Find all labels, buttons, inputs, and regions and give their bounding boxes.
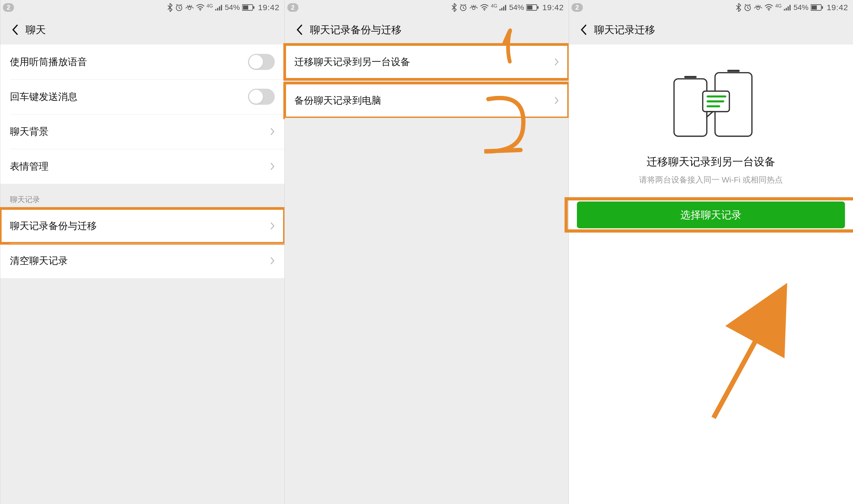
bluetooth-icon (451, 3, 457, 12)
clock: 19:42 (542, 3, 564, 12)
battery-icon (242, 4, 254, 11)
svg-rect-30 (674, 79, 707, 136)
svg-point-12 (484, 10, 485, 11)
chevron-right-icon (270, 221, 275, 230)
svg-point-22 (768, 10, 769, 11)
svg-point-21 (757, 7, 760, 10)
page-title: 聊天记录迁移 (594, 23, 655, 37)
migrate-heading: 迁移聊天记录到另一台设备 (646, 154, 775, 169)
nav-header: 聊天记录迁移 (569, 15, 853, 44)
svg-rect-24 (786, 8, 787, 11)
svg-rect-16 (505, 5, 506, 11)
status-bar: 2 4G 54% 19:42 (285, 0, 569, 15)
row-label: 使用听筒播放语音 (10, 55, 87, 69)
migrate-body: 迁移聊天记录到另一台设备 请将两台设备接入同一 Wi-Fi 或相同热点 选择聊天… (569, 44, 853, 504)
svg-rect-15 (503, 6, 504, 11)
svg-point-11 (472, 7, 475, 10)
eye-icon (469, 3, 478, 12)
signal-icon (499, 4, 507, 11)
chevron-right-icon (554, 58, 559, 66)
toggle-off[interactable] (248, 89, 275, 105)
select-chat-button[interactable]: 选择聊天记录 (577, 201, 845, 228)
signal-icon (784, 4, 792, 11)
svg-rect-29 (822, 6, 823, 8)
eye-icon (754, 3, 762, 12)
wifi-icon (765, 4, 773, 11)
status-bar: 2 4G 54% 19:42 (0, 0, 284, 15)
bluetooth-icon (735, 3, 742, 12)
battery-percent: 54% (794, 3, 808, 12)
back-button[interactable] (293, 23, 306, 36)
row-label: 备份聊天记录到电脑 (294, 94, 381, 107)
row-enter-send[interactable]: 回车键发送消息 (0, 79, 284, 114)
clock: 19:42 (258, 3, 280, 12)
alarm-icon (459, 3, 467, 12)
chevron-right-icon (554, 96, 559, 105)
two-phones-illustration (665, 69, 757, 138)
alarm-icon (744, 3, 752, 12)
svg-rect-25 (787, 6, 789, 11)
page-title: 聊天 (25, 23, 46, 37)
battery-icon (811, 4, 823, 11)
eye-icon (185, 3, 194, 12)
row-label: 表情管理 (10, 160, 49, 173)
screen-backup-migrate: 2 4G 54% 19:42 聊天记录备份与迁移 迁移聊天记录到另一台设备 备份… (284, 0, 569, 504)
svg-rect-28 (812, 5, 817, 10)
row-sticker-manage[interactable]: 表情管理 (0, 149, 284, 184)
row-earpiece-voice[interactable]: 使用听筒播放语音 (0, 44, 284, 79)
svg-rect-3 (215, 9, 216, 11)
screen-chat-settings: 2 4G 54% 19:42 聊天 使用听筒播放语音 回车键发送消息 (0, 0, 284, 504)
empty-area (285, 118, 569, 504)
network-label: 4G (775, 3, 782, 9)
row-backup-migrate[interactable]: 聊天记录备份与迁移 (0, 209, 284, 243)
svg-rect-23 (784, 9, 785, 11)
row-label: 聊天记录备份与迁移 (10, 219, 97, 233)
row-backup-pc[interactable]: 备份聊天记录到电脑 (285, 83, 569, 118)
notif-count-badge: 2 (571, 3, 583, 12)
back-button[interactable] (8, 23, 22, 36)
svg-rect-6 (221, 5, 222, 11)
section-header-chatlog: 聊天记录 (0, 184, 284, 209)
svg-rect-19 (537, 6, 539, 8)
svg-rect-9 (253, 6, 254, 8)
select-chat-button-highlight: 选择聊天记录 (569, 201, 853, 228)
svg-rect-4 (217, 8, 218, 11)
list-group-general: 使用听筒播放语音 回车键发送消息 聊天背景 表情管理 (0, 44, 284, 184)
back-button[interactable] (577, 23, 590, 36)
status-bar: 2 4G 54% 19:42 (569, 0, 853, 15)
alarm-icon (175, 3, 183, 12)
row-migrate-device[interactable]: 迁移聊天记录到另一台设备 (285, 44, 569, 79)
svg-rect-14 (501, 8, 502, 11)
svg-rect-26 (789, 5, 790, 11)
chevron-right-icon (270, 162, 275, 171)
page-title: 聊天记录备份与迁移 (310, 23, 402, 37)
network-label: 4G (207, 3, 213, 9)
network-label: 4G (491, 3, 497, 9)
row-label: 清空聊天记录 (10, 254, 68, 267)
bluetooth-icon (167, 3, 173, 12)
screen-migrate: 2 4G 54% 19:42 聊天记录迁移 (569, 0, 853, 504)
notif-count-badge: 2 (3, 3, 14, 12)
svg-rect-18 (527, 5, 532, 10)
wifi-icon (196, 4, 205, 11)
notif-count-badge: 2 (287, 3, 298, 12)
chevron-right-icon (270, 127, 275, 136)
svg-rect-31 (685, 76, 697, 78)
row-label: 回车键发送消息 (10, 90, 77, 104)
row-clear-chatlog[interactable]: 清空聊天记录 (0, 243, 284, 278)
row-label: 聊天背景 (10, 125, 49, 138)
svg-point-2 (199, 10, 200, 11)
migrate-subtitle: 请将两台设备接入同一 Wi-Fi 或相同热点 (639, 175, 783, 185)
nav-header: 聊天 (0, 15, 284, 44)
svg-rect-5 (219, 6, 220, 11)
battery-percent: 54% (225, 3, 240, 12)
battery-percent: 54% (509, 3, 524, 12)
wifi-icon (480, 4, 489, 11)
row-chat-background[interactable]: 聊天背景 (0, 114, 284, 149)
svg-rect-33 (727, 70, 740, 72)
clock: 19:42 (827, 3, 848, 12)
toggle-off[interactable] (248, 54, 275, 70)
empty-area (0, 278, 284, 504)
signal-icon (215, 4, 223, 11)
row-label: 迁移聊天记录到另一台设备 (294, 55, 410, 69)
